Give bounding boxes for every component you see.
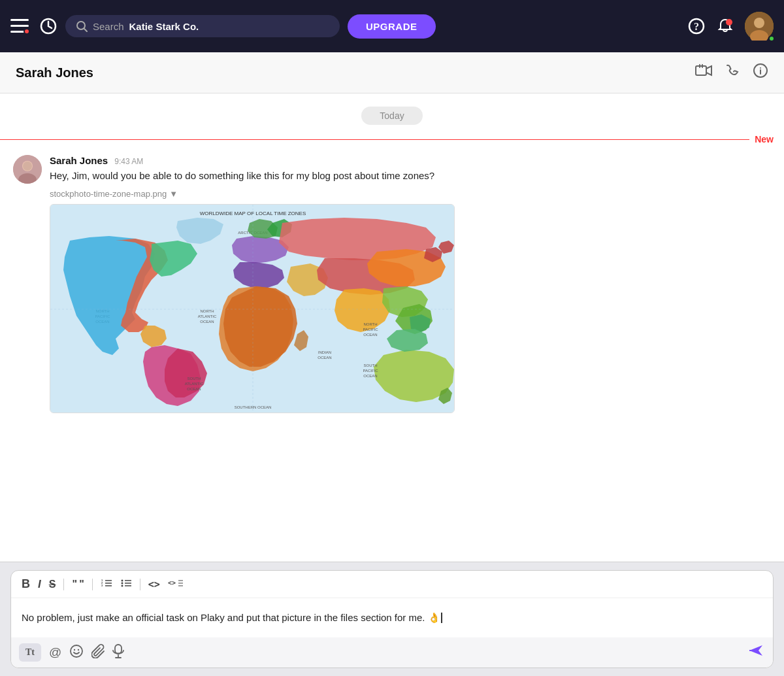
today-label: Today: [361, 107, 422, 125]
svg-point-21: [23, 161, 32, 171]
new-label: New: [755, 134, 774, 144]
help-icon[interactable]: ?: [687, 17, 706, 35]
message-body: Sarah Jones 9:43 AM Hey, Jim, would you …: [50, 155, 768, 413]
svg-text:OCEAN: OCEAN: [363, 374, 377, 378]
new-message-divider: New: [0, 134, 784, 144]
info-icon[interactable]: [753, 63, 768, 82]
map-image[interactable]: WORLDWIDE MAP OF LOCAL TIME ZONES ARCTIC…: [50, 204, 455, 413]
svg-rect-0: [10, 19, 29, 21]
svg-rect-64: [115, 645, 122, 654]
online-status-dot: [768, 35, 775, 42]
svg-text:3: 3: [101, 584, 103, 587]
ordered-list-button[interactable]: 1 2 3: [98, 577, 115, 592]
unordered-list-button[interactable]: [118, 577, 135, 592]
mention-button[interactable]: @: [49, 645, 61, 660]
composer-text: No problem, just make an official task o…: [22, 611, 440, 626]
svg-point-55: [121, 582, 123, 584]
message-item: Sarah Jones 9:43 AM Hey, Jim, would you …: [0, 150, 784, 418]
formatting-toolbar: B I S " " 1 2 3: [11, 571, 773, 598]
svg-point-62: [74, 649, 75, 650]
svg-point-56: [121, 584, 123, 586]
message-meta: Sarah Jones 9:43 AM: [50, 155, 768, 166]
svg-rect-1: [10, 25, 29, 27]
svg-text:PACIFIC: PACIFIC: [363, 369, 378, 373]
separator-3: [140, 579, 140, 590]
svg-point-61: [71, 645, 82, 657]
header-actions: [695, 63, 768, 82]
notifications-icon[interactable]: [716, 17, 734, 35]
svg-text:PACIFIC: PACIFIC: [363, 328, 378, 331]
svg-text:<>: <>: [168, 579, 176, 586]
input-area: B I S " " 1 2 3: [0, 562, 784, 676]
nav-right-icons: ?: [687, 12, 774, 41]
svg-text:ATLANTIC: ATLANTIC: [185, 382, 204, 386]
svg-text:OCEAN: OCEAN: [187, 387, 201, 391]
svg-text:OCEAN: OCEAN: [363, 333, 377, 337]
message-text: Hey, Jim, would you be able to do someth…: [50, 169, 768, 184]
code-block-button[interactable]: <>: [165, 577, 186, 592]
svg-point-17: [760, 67, 761, 69]
chat-title: Sarah Jones: [16, 65, 695, 80]
svg-text:NORTH: NORTH: [200, 309, 214, 313]
text-cursor: [441, 613, 442, 623]
mic-button[interactable]: [112, 644, 124, 662]
svg-rect-12: [696, 66, 706, 75]
separator-1: [63, 579, 64, 590]
attach-button[interactable]: [91, 644, 105, 662]
upgrade-button[interactable]: UPGRADE: [348, 14, 436, 39]
world-map-svg: WORLDWIDE MAP OF LOCAL TIME ZONES ARCTIC…: [50, 205, 455, 413]
svg-text:OCEAN: OCEAN: [200, 320, 214, 324]
today-divider: Today: [0, 93, 784, 131]
code-button[interactable]: <>: [146, 577, 163, 592]
search-label: Search: [93, 21, 124, 32]
svg-point-10: [754, 18, 764, 28]
quote-button[interactable]: " ": [69, 577, 86, 592]
message-input[interactable]: No problem, just make an official task o…: [11, 598, 773, 637]
bold-button[interactable]: B: [19, 576, 33, 592]
svg-line-5: [84, 29, 87, 31]
attachment-filename: stockphoto-time-zone-map.png: [50, 189, 167, 199]
svg-point-4: [77, 22, 85, 29]
composer-box: B I S " " 1 2 3: [10, 570, 774, 668]
menu-notification-dot: [24, 28, 30, 35]
messages-area[interactable]: Today New Sarah Jones 9:43 AM: [0, 93, 784, 562]
search-workspace: Katie Stark Co.: [129, 21, 199, 32]
chat-header: Sarah Jones: [0, 52, 784, 93]
top-navigation: Search Katie Stark Co. UPGRADE ?: [0, 0, 784, 52]
svg-text:INDIAN: INDIAN: [318, 350, 331, 354]
svg-point-63: [78, 649, 79, 650]
svg-point-8: [726, 19, 732, 25]
attachment-label[interactable]: stockphoto-time-zone-map.png ▼: [50, 189, 768, 199]
italic-button[interactable]: I: [35, 577, 44, 592]
search-bar[interactable]: Search Katie Stark Co.: [65, 15, 340, 37]
bottom-toolbar: Tt @: [11, 637, 773, 668]
svg-text:ATLANTIC: ATLANTIC: [198, 314, 217, 318]
user-avatar[interactable]: [745, 12, 774, 41]
sender-name: Sarah Jones: [50, 155, 108, 166]
svg-text:OCEAN: OCEAN: [318, 356, 331, 360]
message-time: 9:43 AM: [114, 157, 143, 166]
emoji-button[interactable]: [69, 644, 84, 662]
phone-icon[interactable]: [725, 63, 740, 82]
svg-text:NORTH: NORTH: [363, 322, 377, 326]
separator-2: [92, 579, 93, 590]
svg-text:SOUTH: SOUTH: [188, 377, 201, 380]
strikethrough-button[interactable]: S: [46, 577, 59, 592]
svg-text:SOUTH: SOUTH: [364, 363, 378, 367]
attachment-dropdown-icon: ▼: [169, 189, 178, 199]
video-call-icon[interactable]: [695, 64, 712, 81]
main-area: Sarah Jones: [0, 52, 784, 676]
svg-point-54: [121, 579, 123, 581]
new-divider-line: [0, 139, 749, 140]
menu-icon[interactable]: [10, 19, 29, 33]
font-format-button[interactable]: Tt: [19, 643, 41, 662]
sender-avatar: [13, 155, 42, 184]
svg-text:?: ?: [694, 21, 699, 32]
send-button[interactable]: [747, 643, 765, 662]
history-icon[interactable]: [39, 17, 57, 35]
